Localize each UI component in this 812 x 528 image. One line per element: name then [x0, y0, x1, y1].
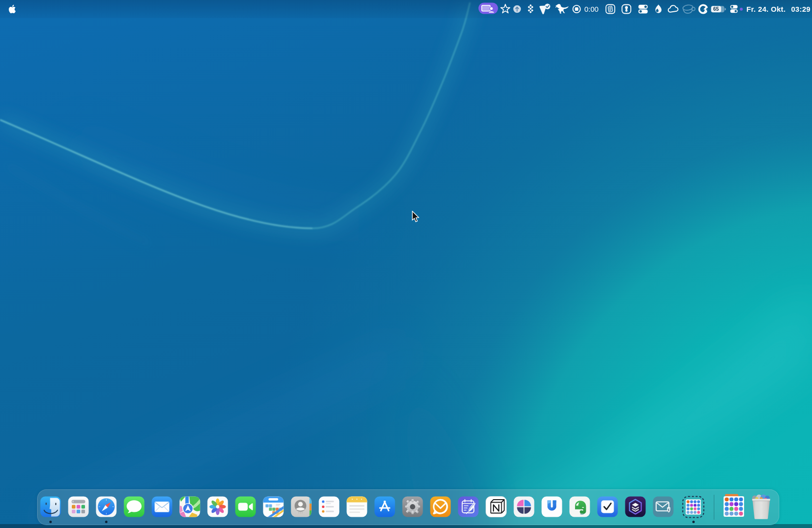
svg-text:65: 65 [713, 6, 719, 12]
svg-text:0:00: 0:00 [584, 5, 598, 13]
